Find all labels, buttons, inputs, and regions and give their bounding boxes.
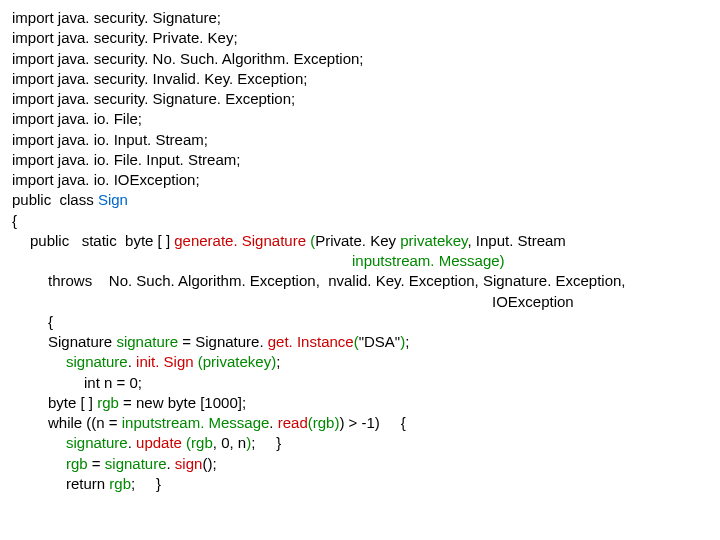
method-update: update	[136, 434, 186, 451]
code-line-20: byte [ ] rgb = new byte [1000];	[12, 393, 708, 413]
method-sign: sign	[175, 455, 203, 472]
return-tail: ; }	[131, 475, 161, 492]
code-line-5: import java. security. Signature. Except…	[12, 89, 708, 109]
code-line-3: import java. security. No. Such. Algorit…	[12, 49, 708, 69]
while-text: while ((n =	[48, 414, 122, 431]
code-line-22: signature. update (rgb, 0, n); }	[12, 433, 708, 453]
param-type-2: , Input. Stream	[467, 232, 565, 249]
arg-rgb: rgb	[313, 414, 335, 431]
code-line-7: import java. io. Input. Stream;	[12, 130, 708, 150]
arg-rgb-2: rgb	[191, 434, 213, 451]
var-signature-2: signature	[66, 353, 128, 370]
code-line-21: while ((n = inputstream. Message. read(r…	[12, 413, 708, 433]
keyword-public-class: public class	[12, 191, 98, 208]
method-initsign: init. Sign	[136, 353, 198, 370]
args-tail: , 0, n	[213, 434, 246, 451]
dot: .	[128, 353, 136, 370]
var-inputstream: inputstream. Message	[122, 414, 270, 431]
code-line-4: import java. security. Invalid. Key. Exc…	[12, 69, 708, 89]
var-signature-3: signature	[66, 434, 128, 451]
method-name: generate. Signature	[174, 232, 310, 249]
method-read: read	[278, 414, 308, 431]
update-tail: ; }	[251, 434, 281, 451]
code-line-1: import java. security. Signature;	[12, 8, 708, 28]
param-type-1: Private. Key	[315, 232, 400, 249]
code-line-15: IOException	[12, 292, 708, 312]
throws-list: No. Such. Algorithm. Exception, nvalid. …	[109, 272, 626, 289]
var-rgb-4: rgb	[109, 475, 131, 492]
code-line-13: inputstream. Message)	[12, 251, 708, 271]
method-modifiers: public static byte [ ]	[30, 232, 174, 249]
code-line-23: rgb = signature. sign();	[12, 454, 708, 474]
code-line-6: import java. io. File;	[12, 109, 708, 129]
param-name-2: inputstream. Message	[352, 252, 500, 269]
var-signature: signature	[116, 333, 178, 350]
byte-decl: byte [ ]	[48, 394, 97, 411]
semicolon-2: ;	[276, 353, 280, 370]
assign-text: = Signature.	[178, 333, 268, 350]
dot-4: .	[167, 455, 175, 472]
arg-privatekey: privatekey	[203, 353, 271, 370]
code-line-16: {	[12, 312, 708, 332]
code-line-8: import java. io. File. Input. Stream;	[12, 150, 708, 170]
code-line-17: Signature signature = Signature. get. In…	[12, 332, 708, 352]
param-name-1: privatekey	[400, 232, 467, 249]
dot-3: .	[128, 434, 136, 451]
assign-eq: =	[88, 455, 105, 472]
code-line-9: import java. io. IOException;	[12, 170, 708, 190]
code-line-18: signature. init. Sign (privatekey);	[12, 352, 708, 372]
byte-init: = new byte [1000];	[119, 394, 246, 411]
code-line-24: return rgb; }	[12, 474, 708, 494]
var-signature-4: signature	[105, 455, 167, 472]
code-line-11: {	[12, 211, 708, 231]
code-line-19: int n = 0;	[12, 373, 708, 393]
var-rgb-3: rgb	[66, 455, 88, 472]
semicolon: ;	[405, 333, 409, 350]
method-getinstance: get. Instance	[268, 333, 354, 350]
sign-tail: ();	[202, 455, 216, 472]
code-line-12: public static byte [ ] generate. Signatu…	[12, 231, 708, 251]
return-keyword: return	[66, 475, 109, 492]
class-name: Sign	[98, 191, 128, 208]
dot-2: .	[269, 414, 277, 431]
while-tail: ) > -1) {	[339, 414, 405, 431]
code-line-2: import java. security. Private. Key;	[12, 28, 708, 48]
throws-keyword: throws	[48, 272, 109, 289]
code-line-14: throws No. Such. Algorithm. Exception, n…	[12, 271, 708, 291]
type-signature: Signature	[48, 333, 116, 350]
var-rgb: rgb	[97, 394, 119, 411]
paren-close: )	[500, 252, 505, 269]
string-dsa: "DSA"	[359, 333, 401, 350]
code-line-10: public class Sign	[12, 190, 708, 210]
